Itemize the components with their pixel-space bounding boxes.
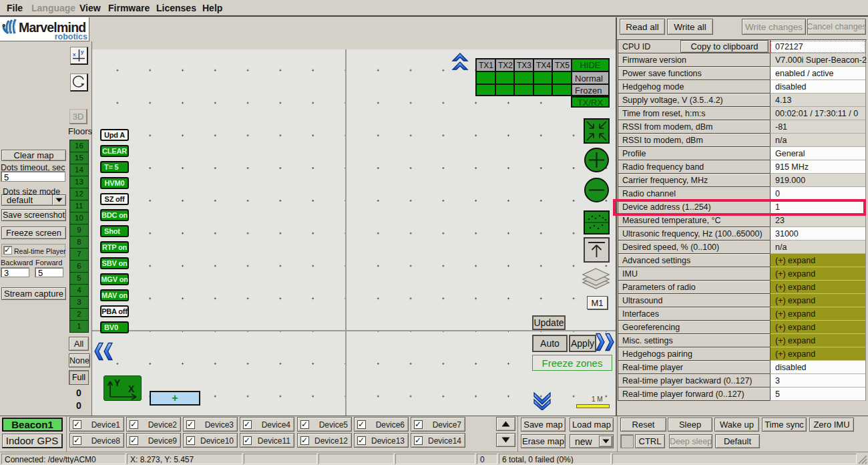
svg-text:x: x [73,51,76,57]
svg-text:X: X [128,383,135,394]
svg-text:y: y [81,49,84,55]
svg-text:Y: Y [114,377,121,388]
